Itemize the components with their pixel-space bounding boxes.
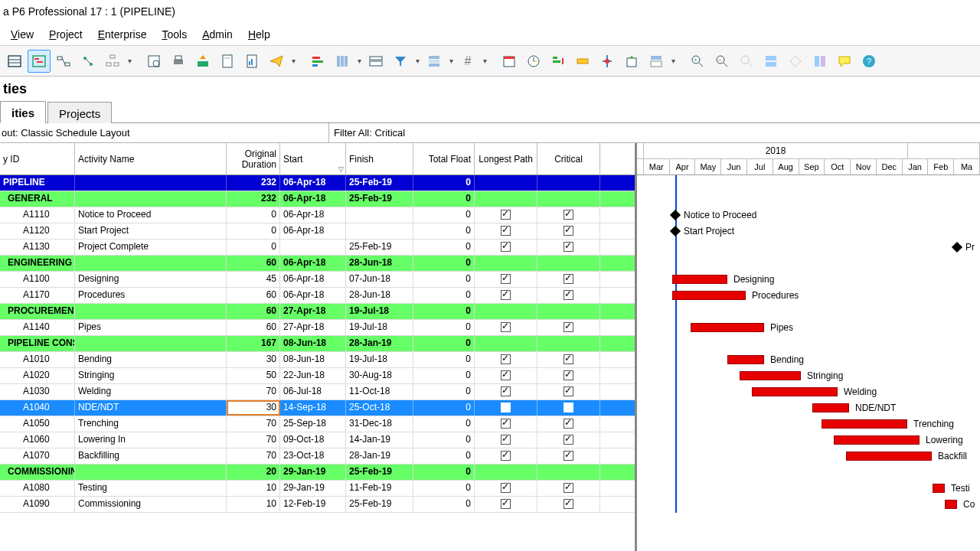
- checkbox-critical[interactable]: [564, 242, 573, 252]
- checkbox-critical[interactable]: [564, 386, 573, 396]
- dropdown-icon[interactable]: ▾: [355, 57, 363, 65]
- col-activity-name[interactable]: Activity Name: [75, 143, 227, 174]
- checkbox-longest-path[interactable]: [501, 499, 511, 509]
- tb-zoom-in-icon[interactable]: +: [686, 50, 709, 73]
- wbs-row[interactable]: ENGINEERING6006-Apr-1828-Jun-180: [0, 256, 635, 272]
- checkbox-longest-path[interactable]: [501, 451, 511, 461]
- activity-row[interactable]: A1100Designing4506-Apr-1807-Jun-180: [0, 272, 635, 288]
- col-critical[interactable]: Critical: [537, 143, 600, 174]
- gantt-bar[interactable]: [752, 387, 838, 396]
- activity-row[interactable]: A1030Welding7006-Jul-1811-Oct-180: [0, 384, 635, 400]
- dropdown-icon[interactable]: ▾: [289, 57, 297, 65]
- menu-enterprise[interactable]: Enterprise: [90, 25, 155, 44]
- gantt-bar[interactable]: [933, 484, 945, 493]
- gantt-bar[interactable]: [672, 291, 746, 300]
- activity-row[interactable]: A1170Procedures6006-Apr-1828-Jun-180: [0, 288, 635, 304]
- tb-clock-icon[interactable]: [522, 50, 545, 73]
- checkbox-critical[interactable]: [564, 322, 573, 332]
- checkbox-longest-path[interactable]: [501, 386, 511, 396]
- activity-row[interactable]: A1010Bending3008-Jun-1819-Jul-180: [0, 352, 635, 368]
- checkbox-longest-path[interactable]: [501, 290, 511, 300]
- tb-gantt-icon[interactable]: [28, 50, 51, 73]
- checkbox-critical[interactable]: [564, 354, 573, 364]
- wbs-row[interactable]: PIPELINE CONSTRUCTION16708-Jun-1828-Jan-…: [0, 336, 635, 352]
- checkbox-critical[interactable]: [564, 419, 573, 429]
- activity-row[interactable]: A1110Notice to Proceed006-Apr-180: [0, 207, 635, 223]
- tb-send-icon[interactable]: [265, 50, 288, 73]
- milestone-icon[interactable]: [670, 226, 681, 236]
- activity-row[interactable]: A1120Start Project006-Apr-180: [0, 223, 635, 240]
- tb-page-icon[interactable]: [216, 50, 239, 73]
- checkbox-critical[interactable]: [564, 290, 573, 300]
- activity-row[interactable]: A1020Stringing5022-Jun-1830-Aug-180: [0, 368, 635, 384]
- col-activity-id[interactable]: y ID: [0, 143, 75, 174]
- checkbox-critical[interactable]: [564, 370, 573, 380]
- tab-projects[interactable]: Projects: [47, 102, 112, 123]
- tb-top-icon[interactable]: [645, 50, 668, 73]
- checkbox-longest-path[interactable]: [501, 210, 511, 220]
- checkbox-critical[interactable]: [564, 274, 573, 284]
- tb-split-icon[interactable]: [760, 50, 782, 73]
- tb-publish-icon[interactable]: [191, 50, 214, 73]
- checkbox-longest-path[interactable]: [501, 419, 511, 429]
- checkbox-critical[interactable]: [564, 210, 573, 220]
- checkbox-longest-path[interactable]: [501, 226, 511, 236]
- checkbox-longest-path[interactable]: [501, 354, 511, 364]
- dropdown-icon[interactable]: ▾: [413, 57, 421, 65]
- checkbox-critical[interactable]: [564, 451, 573, 461]
- activity-row[interactable]: A1140Pipes6027-Apr-1819-Jul-180: [0, 320, 635, 336]
- tb-help-icon[interactable]: ?: [858, 50, 880, 73]
- tb-hash-icon[interactable]: #: [456, 50, 479, 73]
- tb-schedule-icon[interactable]: [498, 50, 521, 73]
- gantt-bar[interactable]: [945, 500, 957, 509]
- tb-report-icon[interactable]: [240, 50, 263, 73]
- tb-comment-icon[interactable]: [833, 50, 856, 73]
- tb-group-icon[interactable]: [423, 50, 446, 73]
- col-finish[interactable]: Finish: [346, 143, 413, 174]
- checkbox-longest-path[interactable]: [501, 274, 511, 284]
- activity-row[interactable]: A1050Trenching7025-Sep-1831-Dec-180: [0, 416, 635, 432]
- gantt-bar[interactable]: [727, 355, 764, 364]
- dropdown-icon[interactable]: ▾: [126, 57, 133, 65]
- tb-wbs-icon[interactable]: [101, 50, 124, 73]
- tb-timescale-icon[interactable]: [364, 50, 387, 73]
- tb-preview-icon[interactable]: [142, 50, 165, 73]
- col-total-float[interactable]: Total Float: [413, 143, 475, 174]
- activity-row[interactable]: A1070Backfilling7023-Oct-1828-Jan-190: [0, 448, 635, 465]
- menu-tools[interactable]: Tools: [155, 25, 195, 44]
- tb-apply-icon[interactable]: [596, 50, 619, 73]
- checkbox-critical[interactable]: [564, 226, 573, 236]
- tb-level-icon[interactable]: [547, 50, 570, 73]
- menu-admin[interactable]: Admin: [194, 25, 240, 44]
- activity-row[interactable]: A1090Commissioning1012-Feb-1925-Feb-190: [0, 497, 635, 513]
- gantt-bar[interactable]: [691, 323, 764, 332]
- checkbox-critical[interactable]: [564, 499, 573, 509]
- activity-row[interactable]: A1130Project Complete025-Feb-190: [0, 240, 635, 256]
- checkbox-longest-path[interactable]: [501, 370, 511, 380]
- gantt-chart[interactable]: 2018 MarAprMayJunJulAugSepOctNovDecJanFe…: [635, 143, 980, 551]
- activity-row[interactable]: A1060Lowering In7009-Oct-1814-Jan-190: [0, 432, 635, 448]
- tb-bars-icon[interactable]: [306, 50, 329, 73]
- tb-compare-icon[interactable]: [808, 50, 831, 73]
- checkbox-longest-path[interactable]: [501, 242, 511, 252]
- wbs-row[interactable]: GENERAL23206-Apr-1825-Feb-190: [0, 191, 635, 207]
- checkbox-critical[interactable]: [564, 403, 573, 412]
- milestone-icon[interactable]: [952, 242, 962, 253]
- checkbox-critical[interactable]: [564, 483, 573, 493]
- project-row[interactable]: PIPELINE23206-Apr-1825-Feb-190: [0, 175, 635, 191]
- wbs-row[interactable]: PROCUREMENT6027-Apr-1819-Jul-180: [0, 304, 635, 320]
- menu-view[interactable]: View: [3, 25, 41, 44]
- gantt-bar[interactable]: [834, 435, 920, 445]
- dropdown-icon[interactable]: ▾: [447, 57, 455, 65]
- gantt-bar[interactable]: [812, 403, 849, 412]
- filter-label[interactable]: Filter All: Critical: [329, 123, 980, 142]
- col-longest-path[interactable]: Longest Path: [475, 143, 537, 174]
- tab-activities[interactable]: ities: [0, 101, 46, 123]
- tb-network-icon[interactable]: [52, 50, 75, 73]
- tb-progress-icon[interactable]: [571, 50, 594, 73]
- tb-columns-icon[interactable]: [331, 50, 354, 73]
- layout-label[interactable]: out: Classic Schedule Layout: [0, 123, 329, 142]
- tb-zoom-fit-icon[interactable]: [735, 50, 758, 73]
- tb-diamond-icon[interactable]: [784, 50, 807, 73]
- wbs-row[interactable]: COMMISSIONING2029-Jan-1925-Feb-190: [0, 465, 635, 481]
